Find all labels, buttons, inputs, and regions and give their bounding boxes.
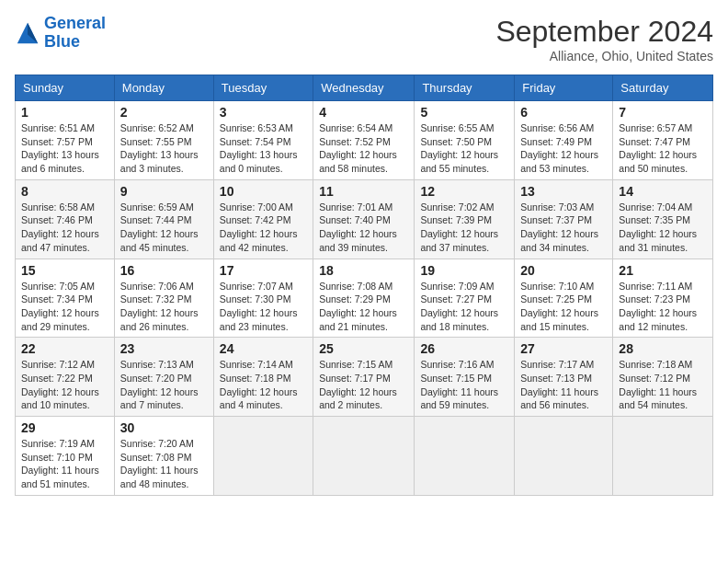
day-cell — [515, 417, 613, 496]
day-number: 19 — [420, 263, 508, 278]
day-cell: 1 Sunrise: 6:51 AM Sunset: 7:57 PM Dayli… — [16, 101, 115, 180]
logo: General Blue — [15, 15, 106, 52]
day-info: Sunrise: 7:19 AM Sunset: 7:10 PM Dayligh… — [21, 437, 108, 491]
day-info: Sunrise: 7:15 AM Sunset: 7:17 PM Dayligh… — [319, 358, 408, 412]
day-info: Sunrise: 7:20 AM Sunset: 7:08 PM Dayligh… — [120, 437, 208, 491]
day-info: Sunrise: 7:10 AM Sunset: 7:25 PM Dayligh… — [520, 280, 607, 334]
day-info: Sunrise: 7:03 AM Sunset: 7:37 PM Dayligh… — [520, 201, 607, 255]
day-number: 4 — [319, 105, 408, 120]
day-cell: 17 Sunrise: 7:07 AM Sunset: 7:30 PM Dayl… — [213, 259, 313, 338]
day-info: Sunrise: 7:02 AM Sunset: 7:39 PM Dayligh… — [420, 201, 508, 255]
day-cell: 8 Sunrise: 6:58 AM Sunset: 7:46 PM Dayli… — [16, 179, 115, 259]
day-cell: 4 Sunrise: 6:54 AM Sunset: 7:52 PM Dayli… — [313, 101, 415, 180]
day-number: 27 — [520, 341, 607, 356]
day-number: 25 — [319, 341, 408, 356]
col-header-tuesday: Tuesday — [213, 75, 313, 101]
day-cell — [415, 417, 515, 496]
day-cell: 2 Sunrise: 6:52 AM Sunset: 7:55 PM Dayli… — [114, 101, 213, 180]
day-number: 15 — [21, 263, 108, 278]
day-number: 5 — [420, 105, 508, 120]
page-header: General Blue September 2024 Alliance, Oh… — [15, 15, 713, 63]
day-number: 14 — [619, 184, 707, 199]
day-number: 16 — [120, 263, 208, 278]
day-cell: 18 Sunrise: 7:08 AM Sunset: 7:29 PM Dayl… — [313, 259, 415, 338]
day-cell: 25 Sunrise: 7:15 AM Sunset: 7:17 PM Dayl… — [313, 338, 415, 417]
day-info: Sunrise: 7:01 AM Sunset: 7:40 PM Dayligh… — [319, 201, 408, 255]
logo-icon — [15, 20, 40, 46]
day-number: 28 — [619, 341, 707, 356]
col-header-monday: Monday — [114, 75, 213, 101]
day-number: 22 — [21, 341, 108, 356]
day-number: 23 — [120, 341, 208, 356]
day-number: 1 — [21, 105, 108, 120]
week-row-1: 1 Sunrise: 6:51 AM Sunset: 7:57 PM Dayli… — [16, 101, 713, 180]
day-number: 10 — [220, 184, 307, 199]
day-number: 11 — [319, 184, 408, 199]
day-info: Sunrise: 7:17 AM Sunset: 7:13 PM Dayligh… — [520, 358, 607, 412]
day-cell: 3 Sunrise: 6:53 AM Sunset: 7:54 PM Dayli… — [213, 101, 313, 180]
day-number: 24 — [220, 341, 307, 356]
day-cell: 20 Sunrise: 7:10 AM Sunset: 7:25 PM Dayl… — [515, 259, 613, 338]
day-info: Sunrise: 7:05 AM Sunset: 7:34 PM Dayligh… — [21, 280, 108, 334]
day-info: Sunrise: 7:00 AM Sunset: 7:42 PM Dayligh… — [220, 201, 307, 255]
day-cell: 10 Sunrise: 7:00 AM Sunset: 7:42 PM Dayl… — [213, 179, 313, 259]
day-number: 13 — [520, 184, 607, 199]
col-header-thursday: Thursday — [415, 75, 515, 101]
day-number: 3 — [220, 105, 307, 120]
day-cell — [613, 417, 713, 496]
day-info: Sunrise: 6:58 AM Sunset: 7:46 PM Dayligh… — [21, 201, 108, 255]
day-number: 30 — [120, 420, 208, 435]
day-info: Sunrise: 7:16 AM Sunset: 7:15 PM Dayligh… — [420, 358, 508, 412]
logo-general: General — [44, 14, 106, 32]
day-info: Sunrise: 6:55 AM Sunset: 7:50 PM Dayligh… — [420, 121, 508, 176]
day-cell: 6 Sunrise: 6:56 AM Sunset: 7:49 PM Dayli… — [515, 101, 613, 180]
day-cell: 7 Sunrise: 6:57 AM Sunset: 7:47 PM Dayli… — [613, 101, 713, 180]
day-cell: 24 Sunrise: 7:14 AM Sunset: 7:18 PM Dayl… — [213, 338, 313, 417]
day-info: Sunrise: 7:07 AM Sunset: 7:30 PM Dayligh… — [220, 280, 307, 334]
day-cell: 14 Sunrise: 7:04 AM Sunset: 7:35 PM Dayl… — [613, 179, 713, 259]
day-info: Sunrise: 7:08 AM Sunset: 7:29 PM Dayligh… — [319, 280, 408, 334]
day-number: 8 — [21, 184, 108, 199]
day-info: Sunrise: 6:54 AM Sunset: 7:52 PM Dayligh… — [319, 121, 408, 176]
day-number: 20 — [520, 263, 607, 278]
day-info: Sunrise: 7:04 AM Sunset: 7:35 PM Dayligh… — [619, 201, 707, 255]
day-info: Sunrise: 6:52 AM Sunset: 7:55 PM Dayligh… — [120, 121, 208, 176]
week-row-5: 29 Sunrise: 7:19 AM Sunset: 7:10 PM Dayl… — [16, 417, 713, 496]
day-cell: 16 Sunrise: 7:06 AM Sunset: 7:32 PM Dayl… — [114, 259, 213, 338]
day-number: 26 — [420, 341, 508, 356]
day-info: Sunrise: 7:06 AM Sunset: 7:32 PM Dayligh… — [120, 280, 208, 334]
day-info: Sunrise: 6:57 AM Sunset: 7:47 PM Dayligh… — [619, 121, 707, 176]
day-number: 18 — [319, 263, 408, 278]
col-header-saturday: Saturday — [613, 75, 713, 101]
col-header-wednesday: Wednesday — [313, 75, 415, 101]
day-cell — [213, 417, 313, 496]
day-info: Sunrise: 6:56 AM Sunset: 7:49 PM Dayligh… — [520, 121, 607, 176]
week-row-4: 22 Sunrise: 7:12 AM Sunset: 7:22 PM Dayl… — [16, 338, 713, 417]
day-info: Sunrise: 6:51 AM Sunset: 7:57 PM Dayligh… — [21, 121, 108, 176]
header-row: SundayMondayTuesdayWednesdayThursdayFrid… — [16, 75, 713, 101]
day-number: 7 — [619, 105, 707, 120]
day-cell: 28 Sunrise: 7:18 AM Sunset: 7:12 PM Dayl… — [613, 338, 713, 417]
day-cell: 30 Sunrise: 7:20 AM Sunset: 7:08 PM Dayl… — [114, 417, 213, 496]
day-cell: 13 Sunrise: 7:03 AM Sunset: 7:37 PM Dayl… — [515, 179, 613, 259]
day-number: 9 — [120, 184, 208, 199]
logo-blue: Blue — [44, 33, 106, 52]
day-info: Sunrise: 6:53 AM Sunset: 7:54 PM Dayligh… — [220, 121, 307, 176]
col-header-friday: Friday — [515, 75, 613, 101]
day-number: 21 — [619, 263, 707, 278]
day-cell: 19 Sunrise: 7:09 AM Sunset: 7:27 PM Dayl… — [415, 259, 515, 338]
day-info: Sunrise: 7:11 AM Sunset: 7:23 PM Dayligh… — [619, 280, 707, 334]
day-info: Sunrise: 7:12 AM Sunset: 7:22 PM Dayligh… — [21, 358, 108, 412]
day-cell: 9 Sunrise: 6:59 AM Sunset: 7:44 PM Dayli… — [114, 179, 213, 259]
day-cell: 26 Sunrise: 7:16 AM Sunset: 7:15 PM Dayl… — [415, 338, 515, 417]
month-title: September 2024 — [495, 15, 713, 49]
day-cell: 12 Sunrise: 7:02 AM Sunset: 7:39 PM Dayl… — [415, 179, 515, 259]
day-cell: 5 Sunrise: 6:55 AM Sunset: 7:50 PM Dayli… — [415, 101, 515, 180]
day-cell — [313, 417, 415, 496]
day-info: Sunrise: 7:14 AM Sunset: 7:18 PM Dayligh… — [220, 358, 307, 412]
title-block: September 2024 Alliance, Ohio, United St… — [495, 15, 713, 63]
day-cell: 15 Sunrise: 7:05 AM Sunset: 7:34 PM Dayl… — [16, 259, 115, 338]
day-number: 12 — [420, 184, 508, 199]
day-cell: 23 Sunrise: 7:13 AM Sunset: 7:20 PM Dayl… — [114, 338, 213, 417]
day-cell: 22 Sunrise: 7:12 AM Sunset: 7:22 PM Dayl… — [16, 338, 115, 417]
